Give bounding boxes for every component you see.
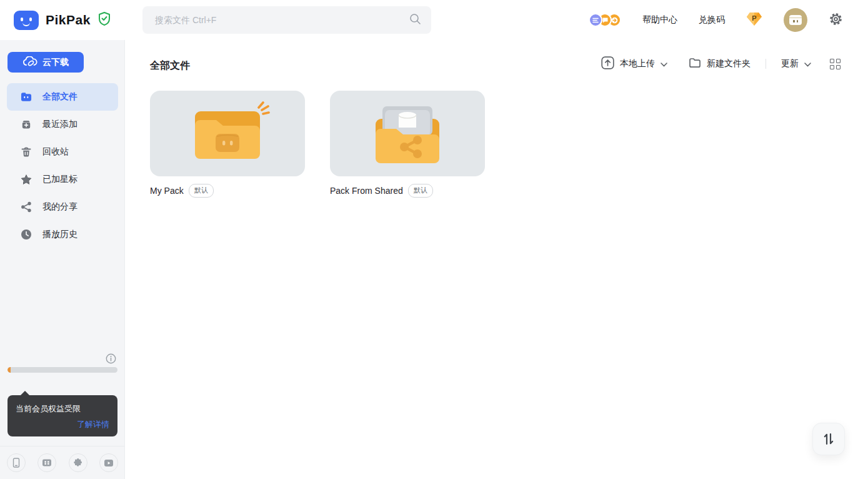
cloud-download-button[interactable]: 云下载 (7, 52, 84, 73)
learn-more-link[interactable]: 了解详情 (77, 419, 109, 430)
local-upload-label: 本地上传 (620, 58, 655, 69)
info-icon[interactable] (106, 353, 116, 366)
main-content: 全部文件 本地上传 新建文件夹 (125, 40, 868, 479)
shared-folder-icon (359, 101, 456, 166)
update-label: 更新 (781, 58, 799, 69)
sidebar-item-label: 已加星标 (42, 174, 77, 185)
transfer-arrows-icon (822, 431, 836, 446)
folder-thumbnail[interactable] (150, 91, 305, 176)
sidebar-item-label: 最近添加 (42, 119, 77, 130)
shield-verified-icon (97, 11, 111, 29)
settings-gear-icon[interactable] (829, 12, 843, 29)
list-badge-icon (589, 13, 602, 27)
storage-progress-fill (7, 367, 11, 373)
update-button[interactable]: 更新 (781, 58, 811, 69)
chevron-down-icon (661, 59, 667, 69)
page-title: 全部文件 (150, 59, 190, 73)
sidebar: 云下载 全部文件 最近添加 (0, 40, 125, 479)
local-upload-button[interactable]: 本地上传 (601, 56, 667, 71)
folder-thumbnail[interactable] (330, 91, 485, 176)
user-avatar[interactable] (784, 8, 807, 32)
app-header: PikPak (0, 0, 868, 40)
search-input[interactable] (142, 15, 409, 25)
all-files-icon (21, 91, 32, 103)
upload-icon (601, 56, 614, 71)
sidebar-item-label: 回收站 (42, 146, 69, 158)
default-badge: 默认 (408, 184, 433, 198)
sidebar-item-trash[interactable]: 回收站 (7, 138, 118, 166)
transfer-list-button[interactable] (812, 423, 845, 455)
tv-box-icon (42, 458, 52, 467)
trash-icon (21, 146, 32, 158)
storage-progress-bar (7, 367, 117, 373)
folder-card-my-pack[interactable]: My Pack 默认 (150, 91, 305, 198)
cloud-download-label: 云下载 (42, 57, 69, 68)
sidebar-item-starred[interactable]: 已加星标 (7, 166, 118, 193)
share-icon (21, 201, 32, 213)
mobile-icon (12, 458, 21, 468)
sidebar-item-all-files[interactable]: 全部文件 (7, 83, 118, 111)
pikpak-logo-icon[interactable] (14, 11, 39, 30)
folder-icon (689, 58, 701, 70)
puzzle-icon (73, 458, 83, 468)
my-pack-folder-icon (179, 101, 276, 166)
tooltip-text: 当前会员权益受限 (16, 403, 109, 415)
search-icon[interactable] (409, 13, 421, 28)
chevron-down-icon (804, 59, 811, 69)
default-badge: 默认 (189, 184, 214, 198)
brand-name: PikPak (46, 13, 91, 28)
help-center-link[interactable]: 帮助中心 (642, 14, 677, 26)
video-channel-button[interactable] (99, 453, 118, 472)
membership-tooltip: 当前会员权益受限 了解详情 (7, 395, 117, 436)
history-icon (21, 229, 32, 240)
grid-view-toggle-icon[interactable] (830, 59, 841, 69)
premium-gem-icon[interactable]: P (746, 12, 762, 29)
folder-card-pack-from-shared[interactable]: Pack From Shared 默认 (330, 91, 485, 198)
cloud-link-icon (22, 56, 37, 69)
star-icon (21, 174, 32, 185)
sidebar-item-label: 播放历史 (42, 229, 77, 240)
sidebar-item-recent-added[interactable]: 最近添加 (7, 111, 118, 138)
svg-text:P: P (752, 14, 756, 21)
new-folder-label: 新建文件夹 (707, 58, 751, 69)
search-bar (142, 6, 431, 34)
mobile-app-button[interactable] (7, 453, 26, 472)
browser-extension-button[interactable] (69, 453, 87, 472)
folder-name: Pack From Shared (330, 186, 403, 196)
new-folder-button[interactable]: 新建文件夹 (689, 58, 751, 70)
recent-added-icon (21, 119, 32, 130)
toolbar-divider (766, 59, 766, 69)
sidebar-divider (0, 446, 124, 446)
video-play-icon (104, 459, 114, 467)
tv-app-button[interactable] (37, 453, 56, 472)
sidebar-item-label: 我的分享 (42, 201, 77, 213)
sidebar-item-play-history[interactable]: 播放历史 (7, 221, 118, 248)
redeem-code-link[interactable]: 兑换码 (699, 14, 725, 26)
sidebar-item-my-shares[interactable]: 我的分享 (7, 193, 118, 221)
sidebar-item-label: 全部文件 (42, 91, 77, 103)
folder-name: My Pack (150, 186, 184, 196)
activity-badges[interactable] (589, 13, 621, 27)
